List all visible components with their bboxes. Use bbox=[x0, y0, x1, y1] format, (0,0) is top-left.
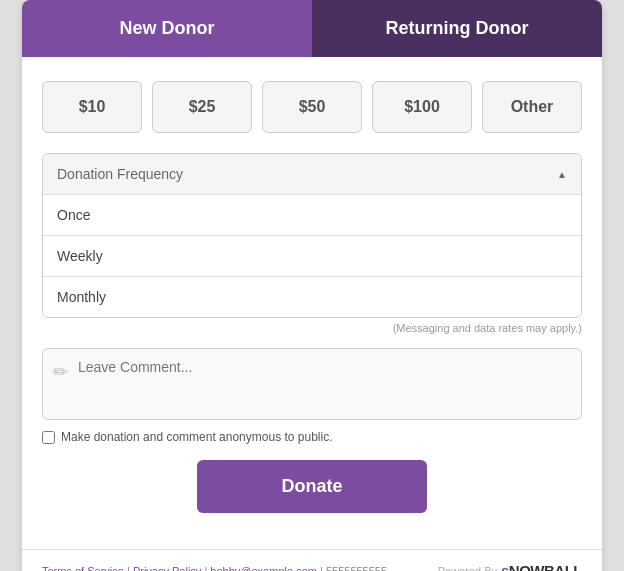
anonymous-checkbox[interactable] bbox=[42, 431, 55, 444]
dropdown-arrow-icon: ▲ bbox=[557, 169, 567, 180]
comment-box: ✏ bbox=[42, 348, 582, 420]
anonymous-label: Make donation and comment anonymous to p… bbox=[61, 430, 333, 444]
amount-row: $10 $25 $50 $100 Other bbox=[42, 81, 582, 133]
frequency-label: Donation Frequency bbox=[57, 166, 183, 182]
tab-returning-donor[interactable]: Returning Donor bbox=[312, 0, 602, 57]
terms-link[interactable]: Terms of Service bbox=[42, 565, 124, 572]
frequency-dropdown: Donation Frequency ▲ Once Weekly Monthly bbox=[42, 153, 582, 318]
frequency-option-once[interactable]: Once bbox=[43, 194, 581, 235]
donate-button[interactable]: Donate bbox=[197, 460, 427, 513]
amount-50[interactable]: $50 bbox=[262, 81, 362, 133]
footer-phone: 5555555555 bbox=[326, 565, 387, 572]
comment-input[interactable] bbox=[78, 359, 571, 409]
frequency-dropdown-header[interactable]: Donation Frequency ▲ bbox=[43, 154, 581, 194]
anonymous-row: Make donation and comment anonymous to p… bbox=[42, 430, 582, 444]
footer-powered: Powered By sNOWBALL bbox=[438, 562, 582, 571]
powered-by-text: Powered By bbox=[438, 565, 497, 572]
frequency-option-weekly[interactable]: Weekly bbox=[43, 235, 581, 276]
frequency-option-monthly[interactable]: Monthly bbox=[43, 276, 581, 317]
pencil-icon: ✏ bbox=[53, 361, 68, 383]
rates-note: (Messaging and data rates may apply.) bbox=[42, 322, 582, 334]
main-content: $10 $25 $50 $100 Other Donation Frequenc… bbox=[22, 57, 602, 549]
footer: Terms of Service | Privacy Policy | bobb… bbox=[22, 549, 602, 571]
amount-100[interactable]: $100 bbox=[372, 81, 472, 133]
footer-links: Terms of Service | Privacy Policy | bobb… bbox=[42, 565, 387, 572]
tab-new-donor[interactable]: New Donor bbox=[22, 0, 312, 57]
amount-10[interactable]: $10 bbox=[42, 81, 142, 133]
privacy-link[interactable]: Privacy Policy bbox=[133, 565, 201, 572]
donation-card: New Donor Returning Donor $10 $25 $50 $1… bbox=[22, 0, 602, 571]
amount-other[interactable]: Other bbox=[482, 81, 582, 133]
snowball-logo: sNOWBALL bbox=[501, 562, 582, 571]
tab-bar: New Donor Returning Donor bbox=[22, 0, 602, 57]
amount-25[interactable]: $25 bbox=[152, 81, 252, 133]
frequency-options: Once Weekly Monthly bbox=[43, 194, 581, 317]
email-link[interactable]: bobby@example.com bbox=[210, 565, 317, 572]
